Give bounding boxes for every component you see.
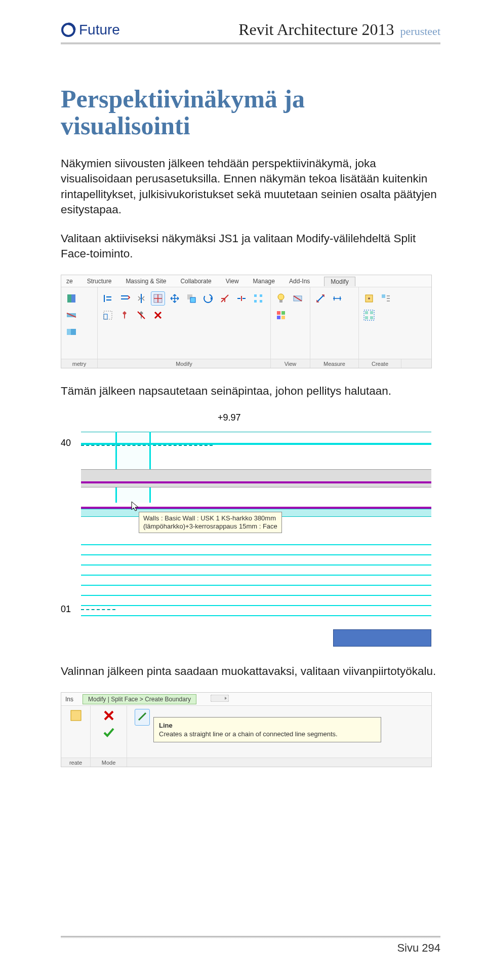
svg-rect-22	[281, 316, 285, 319]
move-icon[interactable]	[168, 291, 182, 306]
logo-icon	[61, 22, 76, 37]
svg-rect-31	[71, 710, 81, 721]
svg-point-16	[278, 294, 284, 300]
pin-icon[interactable]	[117, 308, 132, 322]
panel-label-modify: Modify	[98, 359, 271, 368]
cut-icon[interactable]	[64, 308, 78, 322]
floor-blue	[333, 629, 431, 647]
svg-rect-17	[279, 300, 282, 303]
tooltip-title: Line	[159, 722, 376, 729]
level-line-lower	[81, 609, 115, 610]
finish-icon[interactable]	[102, 726, 115, 740]
paragraph-2: Valitaan aktiiviseksi näkymäksi JS1 ja v…	[61, 231, 440, 262]
unpin-icon[interactable]	[134, 308, 148, 322]
measure-icon[interactable]	[313, 291, 328, 306]
join-icon[interactable]	[64, 325, 78, 339]
override-icon[interactable]	[274, 308, 288, 322]
svg-rect-13	[260, 300, 262, 303]
cope-icon[interactable]	[64, 291, 78, 306]
paragraph-4: Valinnan jälkeen pinta saadaan muokattav…	[61, 664, 440, 679]
svg-rect-19	[277, 311, 280, 315]
tab-manage[interactable]: Manage	[253, 278, 275, 285]
svg-rect-11	[260, 294, 262, 297]
panel-label-view: View	[271, 359, 310, 368]
paragraph-3: Tämän jälkeen napsautetaan seinäpintaa, …	[61, 384, 440, 399]
panel-modify	[98, 287, 271, 359]
mirror-axis-icon[interactable]	[134, 291, 148, 306]
svg-rect-15	[104, 311, 112, 319]
panel2-label-mode: Mode	[91, 758, 127, 767]
split-icon[interactable]	[234, 291, 249, 306]
align-icon[interactable]	[101, 291, 115, 306]
svg-rect-2	[71, 294, 75, 303]
family-icon[interactable]	[379, 291, 393, 306]
revit-ribbon-modify: ze Structure Massing & Site Collaborate …	[61, 275, 432, 368]
trim-icon[interactable]	[218, 291, 232, 306]
rotate-icon[interactable]	[201, 291, 215, 306]
tab-analyze-partial[interactable]: ze	[66, 278, 73, 285]
paragraph-1: Näkymien siivousten jälkeen tehdään pers…	[61, 156, 440, 218]
tab-modify[interactable]: Modify	[324, 277, 355, 286]
array-icon[interactable]	[251, 291, 265, 306]
logo: Future	[61, 22, 120, 38]
svg-rect-26	[370, 311, 373, 314]
tab-structure[interactable]: Structure	[87, 278, 112, 285]
tooltip-body: Creates a straight line or a chain of co…	[159, 730, 376, 738]
scale-icon[interactable]	[101, 308, 115, 322]
line-tool-icon[interactable]	[135, 709, 150, 726]
tooltip-line-2: (lämpöharkko)+3-kerrosrappaus 15mm : Fac…	[143, 522, 277, 531]
panel-measure	[310, 287, 359, 359]
page-title: Perspektiivinäkymä ja visualisointi	[61, 86, 440, 139]
ribbon-panel-labels: metry Modify View Measure Create	[61, 359, 431, 368]
panel-view	[271, 287, 310, 359]
svg-rect-8	[190, 297, 195, 303]
tab-collaborate[interactable]: Collaborate	[180, 278, 211, 285]
svg-rect-12	[254, 300, 257, 303]
footer-rule	[61, 936, 440, 938]
tab-addins-partial[interactable]: Ins	[65, 696, 73, 703]
tooltip-line-1: Walls : Basic Wall : USK 1 KS-harkko 380…	[143, 514, 277, 522]
level-label-997: +9.97	[218, 412, 241, 423]
tab-massing-site[interactable]: Massing & Site	[126, 278, 166, 285]
revit-section-view: +9.97 40 01 Walls : Basic Wall : USK 1 K…	[61, 412, 431, 647]
copy-icon[interactable]	[184, 291, 198, 306]
dimension-label-40: 40	[61, 438, 71, 448]
lightbulb-icon[interactable]	[274, 291, 288, 306]
logo-text: Future	[79, 22, 120, 38]
panel-geometry	[61, 287, 98, 359]
svg-rect-24	[382, 294, 385, 298]
tab-context-split-face[interactable]: Modify | Split Face > Create Boundary	[83, 694, 196, 704]
header-rule	[61, 43, 440, 45]
panel-label-measure: Measure	[310, 359, 359, 368]
dimension-label-01: 01	[61, 604, 71, 615]
page-footer: Sivu 294	[61, 936, 440, 955]
ribbon-body	[61, 287, 431, 359]
hide-icon[interactable]	[291, 291, 305, 306]
tab-addins[interactable]: Add-Ins	[289, 278, 310, 285]
panel-draw	[127, 706, 157, 758]
split-face-icon[interactable]	[151, 291, 165, 306]
panel-options-icon[interactable]	[211, 695, 229, 703]
svg-rect-1	[67, 294, 71, 303]
create-similar-icon[interactable]	[362, 291, 376, 306]
create-icon[interactable]	[69, 709, 83, 724]
header-title-wrap: Revit Architecture 2013 perusteet	[238, 20, 440, 39]
page-number: Sivu 294	[61, 941, 440, 955]
delete-icon[interactable]	[151, 308, 165, 322]
line-tooltip: Line Creates a straight line or a chain …	[153, 717, 381, 742]
element-tooltip: Walls : Basic Wall : USK 1 KS-harkko 380…	[139, 512, 282, 534]
cancel-icon[interactable]	[102, 709, 115, 724]
revit-ribbon-split-face: Ins Modify | Split Face > Create Boundar…	[61, 692, 432, 767]
dimension-icon[interactable]	[330, 291, 344, 306]
tab-view[interactable]: View	[226, 278, 239, 285]
panel-label-create: Create	[359, 359, 401, 368]
offset-icon[interactable]	[117, 291, 132, 306]
svg-rect-14	[104, 314, 107, 319]
panel-create2	[61, 706, 91, 758]
ribbon2-panel-labels: reate Mode	[61, 758, 431, 767]
svg-rect-21	[277, 316, 280, 319]
svg-rect-27	[365, 316, 368, 319]
header-title: Revit Architecture 2013	[238, 20, 394, 39]
svg-rect-5	[71, 329, 76, 335]
group-icon[interactable]	[362, 308, 376, 322]
